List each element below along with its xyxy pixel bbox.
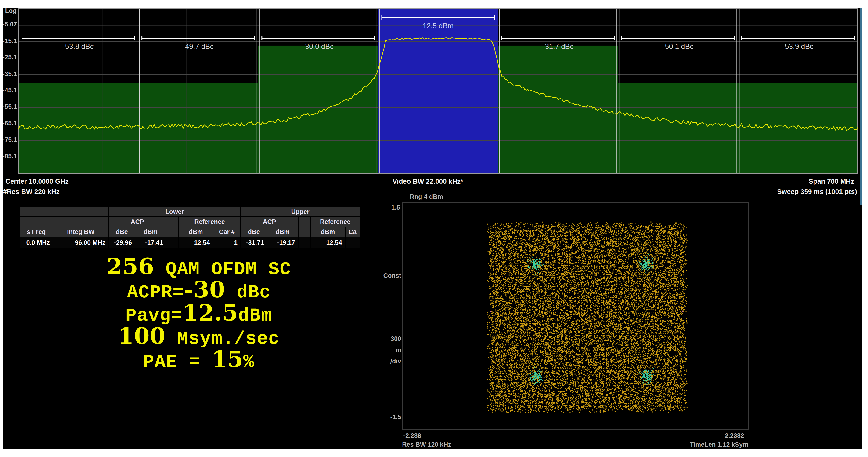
- constellation-x-left-label: -2.238: [403, 432, 421, 439]
- table-data-cell: [166, 237, 178, 248]
- adjacent-channel-mask: [258, 46, 378, 173]
- annotation-text-block: 256 QAM OFDM SCACPR=-30 dBcPavg=12.5dBm1…: [66, 255, 332, 371]
- center-frequency-readout: Center 10.0000 GHz: [5, 178, 69, 185]
- annotation-segment: 12.5: [183, 299, 238, 326]
- table-column-header: Integ BW: [53, 227, 108, 236]
- annotation-segment: -30: [184, 276, 225, 303]
- table-subheader-acp: ACP: [109, 217, 166, 227]
- annotation-line: Pavg=12.5dBm: [66, 301, 332, 324]
- acp-dbc-label: -49.7 dBc: [183, 42, 214, 51]
- table-column-header: dBc: [109, 227, 135, 236]
- acp-dbc-label: -31.7 dBc: [542, 42, 574, 51]
- table-column-header: Car #: [213, 227, 240, 236]
- y-axis-tick: -15.1: [3, 37, 17, 45]
- constellation-scale-unit: m: [396, 347, 401, 354]
- adjacent-channel-mask: [738, 83, 858, 173]
- constellation-res-bw-label: Res BW 120 kHz: [402, 441, 451, 448]
- table-corner: [20, 207, 108, 217]
- constellation-timelen-label: TimeLen 1.12 kSym: [690, 441, 748, 448]
- table-data-cell: 0.0 MHz: [20, 237, 53, 248]
- screenshot-frame: Log-5.07-15.1-25.1-35.1-45.1-55.1-65.1-7…: [0, 0, 868, 457]
- table-data-cell: 96.00 MHz: [53, 237, 108, 248]
- analyzer-screen: Log-5.07-15.1-25.1-35.1-45.1-55.1-65.1-7…: [3, 8, 862, 449]
- table-column-header: Ca: [345, 227, 360, 236]
- table-column-header: s Freq: [20, 227, 53, 236]
- table-column-header: dBm: [268, 227, 298, 236]
- table-data-cell: -31.71: [241, 237, 267, 248]
- y-axis-tick: -65.1: [3, 120, 17, 127]
- span-readout: Span 700 MHz: [809, 178, 854, 185]
- y-axis-scale-label: Log: [3, 8, 17, 15]
- annotation-segment: 15: [212, 346, 243, 372]
- table-subheader-acp: ACP: [241, 217, 298, 227]
- annotation-line: ACPR=-30 dBc: [66, 278, 332, 301]
- table-data-cell: -29.96: [109, 237, 135, 248]
- video-bw-readout: Video BW 22.000 kHz*: [393, 178, 463, 185]
- y-axis-tick: -75.1: [3, 136, 17, 143]
- y-axis-tick: -85.1: [3, 153, 17, 160]
- annotation-segment: dBm: [238, 305, 272, 326]
- screen-edge-strip: [860, 8, 862, 205]
- y-axis-tick: -45.1: [3, 87, 17, 94]
- table-data-cell: [345, 237, 360, 248]
- constellation-range-label: Rng 4 dBm: [410, 193, 443, 201]
- constellation-scale-per-div: /div: [390, 358, 401, 365]
- acp-dbc-label: -30.0 dBc: [303, 42, 334, 51]
- table-data-cell: 1: [213, 237, 240, 248]
- table-column-header: [166, 227, 178, 236]
- acp-results-table: LowerUpperACPReferenceACPReferences Freq…: [20, 207, 360, 248]
- annotation-segment: 100: [118, 323, 165, 349]
- table-column-header: dBc: [241, 227, 267, 236]
- annotation-segment: ACPR=: [127, 282, 184, 303]
- table-data-cell: -17.41: [135, 237, 166, 248]
- acp-dbc-label: -53.8 dBc: [63, 42, 94, 51]
- constellation-scale-value: 300: [391, 335, 401, 343]
- annotation-line: PAE = 15%: [66, 347, 332, 371]
- table-data-cell: 12.54: [311, 237, 345, 248]
- table-column-header: dBm: [179, 227, 213, 236]
- table-filler: [166, 217, 178, 227]
- table-subheader-reference: Reference: [179, 217, 240, 227]
- annotation-line: 100 Msym./sec: [66, 324, 332, 347]
- y-axis-tick: -25.1: [3, 54, 17, 61]
- adjacent-channel-mask: [498, 46, 618, 173]
- table-data-cell: -19.17: [268, 237, 298, 248]
- res-bw-readout: #Res BW 220 kHz: [3, 188, 60, 196]
- acp-spectrum-plot: -53.8 dBc-49.7 dBc-30.0 dBc12.5 dBm-31.7…: [18, 8, 858, 174]
- table-filler: [20, 217, 108, 227]
- table-filler: [299, 217, 310, 227]
- annotation-segment: PAE =: [143, 352, 212, 372]
- constellation-mode-label: Const: [383, 272, 401, 279]
- constellation-y-top-label: 1.5: [391, 204, 400, 211]
- table-column-header: dBm: [135, 227, 166, 236]
- acp-dbc-label: -50.1 dBc: [662, 42, 693, 51]
- table-data-cell: [299, 237, 310, 248]
- constellation-plot-frame: [402, 202, 749, 430]
- table-column-header: [299, 227, 310, 236]
- acp-dbc-label: -53.9 dBc: [782, 42, 813, 51]
- spectrum-section: Log-5.07-15.1-25.1-35.1-45.1-55.1-65.1-7…: [3, 8, 862, 205]
- constellation-x-right-label: 2.2382: [725, 432, 744, 439]
- constellation-y-bottom-label: -1.5: [390, 413, 401, 421]
- adjacent-channel-mask: [618, 83, 738, 173]
- table-data-cell: 12.54: [179, 237, 213, 248]
- table-group-header-lower: Lower: [109, 207, 240, 217]
- table-group-header-upper: Upper: [241, 207, 360, 217]
- y-axis-tick: -35.1: [3, 70, 17, 78]
- annotation-segment: 256: [106, 253, 154, 280]
- annotation-line: 256 QAM OFDM SC: [66, 255, 332, 278]
- y-axis-tick: -55.1: [3, 103, 17, 110]
- sweep-readout: Sweep 359 ms (1001 pts): [777, 188, 857, 196]
- y-axis-tick: -5.07: [3, 21, 17, 28]
- y-axis-gutter: Log-5.07-15.1-25.1-35.1-45.1-55.1-65.1-7…: [3, 8, 18, 174]
- constellation-diagram: [403, 203, 748, 429]
- annotation-segment: %: [243, 352, 255, 372]
- table-subheader-reference: Reference: [311, 217, 360, 227]
- table-column-header: dBm: [311, 227, 345, 236]
- carrier-power-label: 12.5 dBm: [423, 22, 454, 30]
